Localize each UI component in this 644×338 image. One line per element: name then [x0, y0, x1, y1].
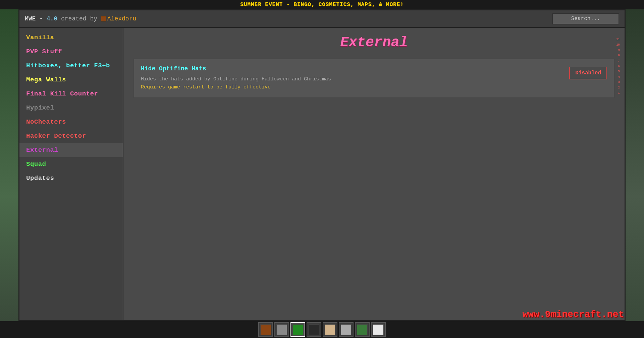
sidebar-item-hacker-detector[interactable]: Hacker Detector [19, 129, 123, 143]
setting-row-hide-hats: Hide Optifine Hats Hides the hats added … [141, 65, 607, 91]
taskbar-slot-6[interactable] [339, 322, 354, 337]
slot-item-4 [309, 324, 319, 335]
slot-item-2 [276, 324, 287, 335]
window-body: Vanilla PVP Stuff Hitboxes, better F3+b … [19, 28, 625, 320]
sidebar-item-hitboxes[interactable]: Hitboxes, better F3+b [19, 59, 123, 73]
sidebar-item-hypixel[interactable]: Hypixel [19, 101, 123, 115]
settings-panel: Hide Optifine Hats Hides the hats added … [133, 59, 614, 98]
sidebar-item-pvp[interactable]: PVP Stuff [19, 45, 123, 59]
scroll-num-5: 5 [616, 69, 620, 74]
banner-text: SUMMER EVENT - BINGO, COSMETICS, MAPS, &… [240, 2, 404, 8]
sidebar-item-vanilla[interactable]: Vanilla [19, 30, 123, 45]
sidebar-item-nocheaters[interactable]: NoCheaters [19, 115, 123, 129]
setting-desc-line2: Requires game restart to be fully effect… [141, 84, 271, 90]
scroll-num-2: 2 [616, 85, 620, 90]
window-title: MWE - 4.0 created by Alexdoru [25, 15, 136, 22]
sidebar-item-final-kill[interactable]: Final Kill Counter [19, 87, 123, 101]
slot-item-5 [325, 324, 335, 335]
sidebar-item-squad[interactable]: Squad [19, 157, 123, 171]
scrollbar-numbers: 11 10 9 8 7 6 5 4 3 2 1 [616, 37, 620, 95]
scroll-num-4: 4 [616, 75, 620, 79]
scroll-num-11: 11 [616, 37, 620, 42]
author-icon [101, 16, 106, 21]
right-decoration [626, 9, 644, 321]
search-button[interactable]: Search... [552, 13, 619, 24]
title-version: 4.0 [47, 15, 57, 22]
taskbar-slot-7[interactable] [355, 322, 370, 337]
taskbar-slot-2[interactable] [274, 322, 289, 337]
main-content: External Hide Optifine Hats Hides the ha… [123, 28, 625, 320]
page-title: External [133, 35, 614, 51]
slot-item-1 [260, 324, 271, 335]
sidebar-item-mega-walls[interactable]: Mega Walls [19, 73, 123, 87]
watermark: www.9minecraft.net [523, 309, 624, 320]
taskbar-slot-1[interactable] [258, 322, 273, 337]
scroll-num-10: 10 [616, 43, 620, 47]
sidebar: Vanilla PVP Stuff Hitboxes, better F3+b … [19, 28, 123, 320]
setting-desc-line1: Hides the hats added by Optifine during … [141, 76, 331, 82]
scroll-num-6: 6 [616, 64, 620, 69]
scroll-num-3: 3 [616, 80, 620, 85]
setting-info: Hide Optifine Hats Hides the hats added … [141, 65, 562, 91]
taskbar [0, 321, 644, 338]
title-author: Alexdoru [107, 15, 136, 22]
left-decoration [0, 9, 18, 321]
scroll-num-8: 8 [616, 53, 620, 58]
title-created: created by [57, 15, 101, 22]
title-mwe: MWE [25, 15, 36, 22]
sidebar-item-external[interactable]: External [19, 143, 123, 157]
taskbar-slot-5[interactable] [323, 322, 337, 337]
top-banner: SUMMER EVENT - BINGO, COSMETICS, MAPS, &… [0, 0, 644, 9]
sidebar-item-updates[interactable]: Updates [19, 171, 123, 185]
main-window: MWE - 4.0 created by Alexdoru Search... … [18, 9, 626, 321]
slot-item-6 [341, 324, 352, 335]
setting-description: Hides the hats added by Optifine during … [141, 75, 562, 91]
scroll-num-1: 1 [616, 91, 620, 95]
slot-item-8 [373, 324, 384, 335]
window-header: MWE - 4.0 created by Alexdoru Search... [19, 10, 625, 28]
scroll-num-9: 9 [616, 48, 620, 53]
slot-item-7 [357, 324, 368, 335]
slot-item-3 [292, 324, 303, 335]
title-separator: - [36, 15, 46, 22]
taskbar-slot-4[interactable] [307, 322, 321, 337]
taskbar-slot-3[interactable] [290, 322, 305, 337]
taskbar-slot-8[interactable] [371, 322, 386, 337]
scroll-num-7: 7 [616, 59, 620, 63]
toggle-disabled-button[interactable]: Disabled [569, 67, 607, 79]
setting-name: Hide Optifine Hats [141, 65, 562, 72]
